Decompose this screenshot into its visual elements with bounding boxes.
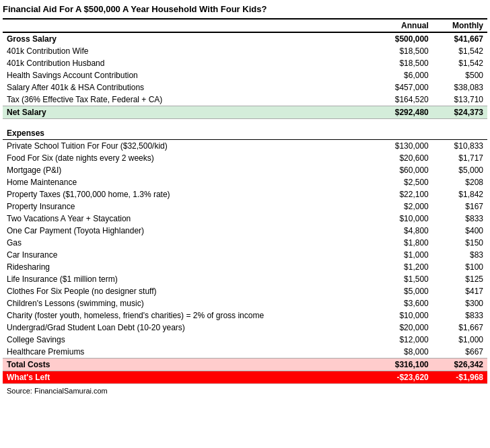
expense-annual: $1,200 xyxy=(374,261,433,273)
income-row: 401k Contribution Husband $18,500 $1,542 xyxy=(3,57,487,69)
expense-label: Mortgage (P&I) xyxy=(3,164,374,176)
expense-monthly: $10,833 xyxy=(433,139,487,152)
expense-row: Private School Tuition For Four ($32,500… xyxy=(3,139,487,152)
total-costs-label: Total Costs xyxy=(3,358,374,371)
col-monthly: Monthly xyxy=(433,19,487,32)
expense-label: Ridesharing xyxy=(3,261,374,273)
financial-table: Annual Monthly Gross Salary $500,000 $41… xyxy=(3,18,487,396)
expense-row: Clothes For Six People (no designer stuf… xyxy=(3,285,487,297)
income-monthly: $1,542 xyxy=(433,57,487,69)
expense-annual: $8,000 xyxy=(374,346,433,359)
income-monthly: $1,542 xyxy=(433,45,487,57)
expense-row: Home Maintenance $2,500 $208 xyxy=(3,176,487,188)
income-label: Gross Salary xyxy=(3,32,374,45)
expense-monthly: $1,717 xyxy=(433,152,487,164)
expense-annual: $3,600 xyxy=(374,297,433,309)
income-annual: $18,500 xyxy=(374,57,433,69)
income-label: 401k Contribution Wife xyxy=(3,45,374,57)
expense-annual: $1,800 xyxy=(374,237,433,249)
expense-annual: $20,600 xyxy=(374,152,433,164)
expense-annual: $4,800 xyxy=(374,225,433,237)
expense-monthly: $400 xyxy=(433,225,487,237)
expense-label: Charity (foster youth, homeless, friend'… xyxy=(3,309,374,322)
expense-monthly: $150 xyxy=(433,237,487,249)
expense-label: Healthcare Premiums xyxy=(3,346,374,359)
income-monthly: $13,710 xyxy=(433,94,487,106)
expense-row: One Car Payment (Toyota Highlander) $4,8… xyxy=(3,225,487,237)
net-salary-label: Net Salary xyxy=(3,106,374,119)
expense-monthly: $5,000 xyxy=(433,164,487,176)
income-label: 401k Contribution Husband xyxy=(3,57,374,69)
expense-annual: $2,000 xyxy=(374,200,433,213)
expense-monthly: $125 xyxy=(433,273,487,285)
income-label: Health Savings Account Contribution xyxy=(3,69,374,81)
income-label: Tax (36% Effective Tax Rate, Federal + C… xyxy=(3,94,374,106)
expense-label: Undergrad/Grad Student Loan Debt (10-20 … xyxy=(3,322,374,334)
expenses-header-row: Expenses xyxy=(3,123,487,140)
expense-monthly: $1,667 xyxy=(433,322,487,334)
expense-row: Life Insurance ($1 million term) $1,500 … xyxy=(3,273,487,285)
expense-label: Home Maintenance xyxy=(3,176,374,188)
expense-annual: $1,000 xyxy=(374,249,433,261)
expense-monthly: $83 xyxy=(433,249,487,261)
income-row: Tax (36% Effective Tax Rate, Federal + C… xyxy=(3,94,487,106)
expense-row: Healthcare Premiums $8,000 $667 xyxy=(3,346,487,359)
income-row: 401k Contribution Wife $18,500 $1,542 xyxy=(3,45,487,57)
whats-left-annual: -$23,620 xyxy=(374,371,433,383)
expense-monthly: $208 xyxy=(433,176,487,188)
expense-row: Property Taxes ($1,700,000 home, 1.3% ra… xyxy=(3,188,487,200)
expense-label: Food For Six (date nights every 2 weeks) xyxy=(3,152,374,164)
expense-label: Clothes For Six People (no designer stuf… xyxy=(3,285,374,297)
expense-row: Gas $1,800 $150 xyxy=(3,237,487,249)
source-label: Source: FinancialSamurai.com xyxy=(3,383,487,396)
expense-row: Charity (foster youth, homeless, friend'… xyxy=(3,309,487,322)
expense-monthly: $833 xyxy=(433,213,487,225)
expense-label: College Savings xyxy=(3,334,374,346)
income-label: Salary After 401k & HSA Contributions xyxy=(3,81,374,94)
expense-row: Children's Lessons (swimming, music) $3,… xyxy=(3,297,487,309)
column-header-row: Annual Monthly xyxy=(3,19,487,32)
expense-row: Property Insurance $2,000 $167 xyxy=(3,200,487,213)
expense-label: Two Vacations A Year + Staycation xyxy=(3,213,374,225)
expense-row: Undergrad/Grad Student Loan Debt (10-20 … xyxy=(3,322,487,334)
net-salary-row: Net Salary $292,480 $24,373 xyxy=(3,106,487,119)
expense-label: Gas xyxy=(3,237,374,249)
income-annual: $6,000 xyxy=(374,69,433,81)
expense-row: Car Insurance $1,000 $83 xyxy=(3,249,487,261)
income-row: Gross Salary $500,000 $41,667 xyxy=(3,32,487,45)
expense-row: Ridesharing $1,200 $100 xyxy=(3,261,487,273)
net-salary-monthly: $24,373 xyxy=(433,106,487,119)
source-row: Source: FinancialSamurai.com xyxy=(3,383,487,396)
expense-label: Life Insurance ($1 million term) xyxy=(3,273,374,285)
expense-label: Children's Lessons (swimming, music) xyxy=(3,297,374,309)
expense-monthly: $167 xyxy=(433,200,487,213)
expense-label: Private School Tuition For Four ($32,500… xyxy=(3,139,374,152)
col-item xyxy=(3,19,374,32)
page-title: Financial Aid For A $500,000 A Year Hous… xyxy=(3,4,487,14)
expense-monthly: $300 xyxy=(433,297,487,309)
expense-row: College Savings $12,000 $1,000 xyxy=(3,334,487,346)
total-costs-annual: $316,100 xyxy=(374,358,433,371)
total-costs-row: Total Costs $316,100 $26,342 xyxy=(3,358,487,371)
expense-monthly: $100 xyxy=(433,261,487,273)
income-row: Health Savings Account Contribution $6,0… xyxy=(3,69,487,81)
whats-left-row: What's Left -$23,620 -$1,968 xyxy=(3,371,487,383)
col-annual: Annual xyxy=(374,19,433,32)
expense-monthly: $1,000 xyxy=(433,334,487,346)
main-container: Financial Aid For A $500,000 A Year Hous… xyxy=(0,0,490,399)
expense-annual: $130,000 xyxy=(374,139,433,152)
expense-row: Mortgage (P&I) $60,000 $5,000 xyxy=(3,164,487,176)
expense-monthly: $1,842 xyxy=(433,188,487,200)
net-salary-annual: $292,480 xyxy=(374,106,433,119)
expense-row: Food For Six (date nights every 2 weeks)… xyxy=(3,152,487,164)
income-monthly: $38,083 xyxy=(433,81,487,94)
expense-annual: $20,000 xyxy=(374,322,433,334)
expense-row: Two Vacations A Year + Staycation $10,00… xyxy=(3,213,487,225)
expense-annual: $2,500 xyxy=(374,176,433,188)
expense-monthly: $667 xyxy=(433,346,487,359)
expense-label: One Car Payment (Toyota Highlander) xyxy=(3,225,374,237)
expense-monthly: $417 xyxy=(433,285,487,297)
expense-annual: $5,000 xyxy=(374,285,433,297)
income-annual: $164,520 xyxy=(374,94,433,106)
expense-annual: $22,100 xyxy=(374,188,433,200)
